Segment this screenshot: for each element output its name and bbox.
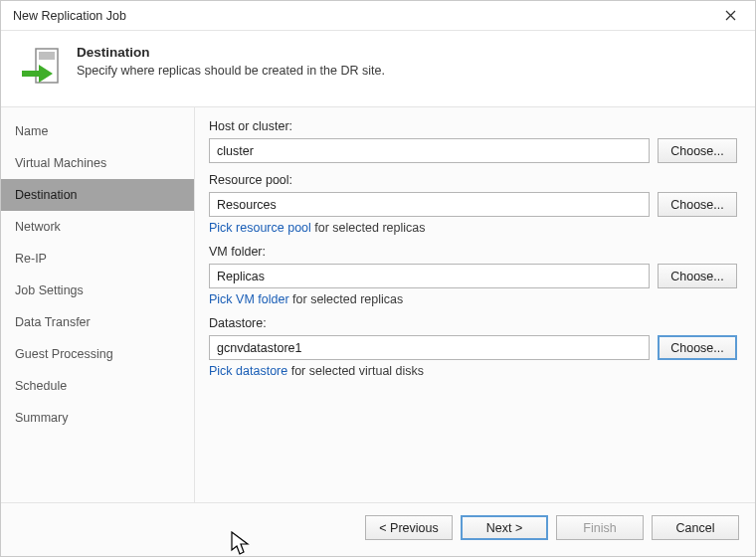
group-host: Host or cluster: cluster Choose... xyxy=(209,119,737,163)
mouse-cursor-icon xyxy=(231,531,251,557)
label-datastore: Datastore: xyxy=(209,316,737,330)
step-title: Destination xyxy=(77,45,385,60)
finish-button: Finish xyxy=(556,515,644,540)
footer: < Previous Next > Finish Cancel xyxy=(1,502,755,556)
label-host: Host or cluster: xyxy=(209,119,737,133)
sidebar-item-network[interactable]: Network xyxy=(1,211,194,243)
group-vm-folder: VM folder: Replicas Choose... Pick VM fo… xyxy=(209,245,737,306)
sidebar-item-job-settings[interactable]: Job Settings xyxy=(1,275,194,306)
label-resource-pool: Resource pool: xyxy=(209,173,737,187)
window-title: New Replication Job xyxy=(13,9,126,23)
sidebar-item-name[interactable]: Name xyxy=(1,115,194,147)
field-resource-pool[interactable]: Resources xyxy=(209,192,650,217)
cancel-button[interactable]: Cancel xyxy=(652,515,739,540)
sidebar-item-data-transfer[interactable]: Data Transfer xyxy=(1,306,194,338)
group-datastore: Datastore: gcnvdatastore1 Choose... Pick… xyxy=(209,316,737,378)
field-host[interactable]: cluster xyxy=(209,138,650,163)
sidebar-item-re-ip[interactable]: Re-IP xyxy=(1,243,194,275)
field-vm-folder[interactable]: Replicas xyxy=(209,264,650,288)
label-vm-folder: VM folder: xyxy=(209,245,737,259)
choose-vm-folder-button[interactable]: Choose... xyxy=(658,264,737,288)
body: Name Virtual Machines Destination Networ… xyxy=(1,107,755,502)
header: Destination Specify where replicas shoul… xyxy=(1,31,755,107)
choose-datastore-button[interactable]: Choose... xyxy=(658,335,737,360)
sidebar-item-schedule[interactable]: Schedule xyxy=(1,370,194,402)
step-sidebar: Name Virtual Machines Destination Networ… xyxy=(1,107,195,502)
sidebar-item-virtual-machines[interactable]: Virtual Machines xyxy=(1,147,194,179)
step-subtitle: Specify where replicas should be created… xyxy=(77,64,385,78)
link-pick-vm-folder[interactable]: Pick VM folder xyxy=(209,292,289,306)
close-button[interactable] xyxy=(714,5,746,27)
link-pick-resource-pool[interactable]: Pick resource pool xyxy=(209,221,311,235)
svg-rect-1 xyxy=(39,52,55,60)
link-pick-datastore[interactable]: Pick datastore xyxy=(209,364,287,378)
header-text: Destination Specify where replicas shoul… xyxy=(77,45,385,89)
choose-resource-pool-button[interactable]: Choose... xyxy=(658,192,737,217)
replication-icon xyxy=(21,47,63,89)
choose-host-button[interactable]: Choose... xyxy=(658,138,737,163)
titlebar: New Replication Job xyxy=(1,1,755,31)
sidebar-item-guest-processing[interactable]: Guest Processing xyxy=(1,338,194,370)
previous-button[interactable]: < Previous xyxy=(365,515,453,540)
hint-resource-pool: Pick resource pool for selected replicas xyxy=(209,221,737,235)
next-button[interactable]: Next > xyxy=(461,515,548,540)
hint-datastore: Pick datastore for selected virtual disk… xyxy=(209,364,737,378)
sidebar-item-destination[interactable]: Destination xyxy=(1,179,194,211)
form-panel: Host or cluster: cluster Choose... Resou… xyxy=(195,107,755,502)
hint-vm-folder: Pick VM folder for selected replicas xyxy=(209,292,737,306)
sidebar-item-summary[interactable]: Summary xyxy=(1,402,194,434)
wizard-window: New Replication Job Destination Specify … xyxy=(0,0,756,557)
group-resource-pool: Resource pool: Resources Choose... Pick … xyxy=(209,173,737,235)
field-datastore[interactable]: gcnvdatastore1 xyxy=(209,335,650,360)
